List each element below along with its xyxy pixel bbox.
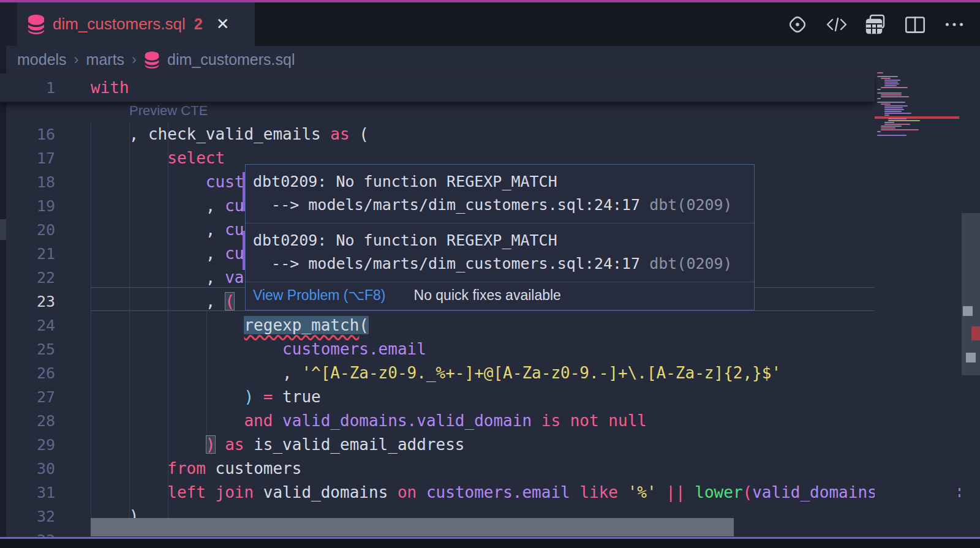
more-actions-icon[interactable] — [942, 12, 967, 37]
tab-bar: dim_customers.sql 2 ✕ — [0, 2, 980, 46]
minimap-code-line — [877, 135, 907, 136]
overview-ruler-error-mark — [971, 326, 980, 340]
breadcrumb: models›marts›dim_customers.sql — [17, 46, 295, 73]
sticky-line-number: 1 — [0, 73, 55, 102]
tab-dim-customers[interactable]: dim_customers.sql 2 ✕ — [17, 2, 255, 46]
overview-ruler-highlight-mark — [966, 353, 976, 362]
line-text: from customers — [91, 457, 301, 481]
minimap-code-line — [884, 85, 897, 86]
minimap-error-line — [875, 116, 959, 119]
line-number: 28 — [0, 409, 55, 433]
vertical-scrollbar-thumb[interactable] — [962, 213, 980, 375]
minimap-code-line — [881, 127, 895, 129]
line-number: 23 — [0, 290, 55, 313]
line-number: 30 — [0, 457, 55, 481]
line-text: , cus — [91, 242, 254, 266]
diagnostic-severity-stripe — [243, 231, 245, 270]
code-line-29[interactable]: 29 ) as is_valid_email_address — [0, 433, 980, 457]
view-problem-link[interactable]: View Problem (⌥F8) — [253, 287, 386, 304]
line-text: and valid_domains.valid_domain is not nu… — [91, 409, 647, 433]
line-text: ) = true — [91, 385, 321, 409]
line-text: , check_valid_emails as ( — [91, 122, 369, 146]
minimap-code-line — [884, 113, 911, 114]
window-top-accent — [0, 0, 980, 2]
minimap-code-line — [881, 96, 909, 97]
sticky-line-text: with — [91, 73, 129, 102]
line-number: 20 — [0, 218, 55, 242]
minimap-code-line — [884, 109, 904, 110]
minimap-code-line — [881, 87, 908, 88]
minimap-code-line — [881, 126, 902, 127]
database-icon — [27, 15, 45, 34]
line-number: 31 — [0, 481, 55, 505]
line-number: 32 — [0, 505, 55, 528]
line-text: , '^[A-Za-z0-9._%+-]+@[A-Za-z0-9.-]+\.[A… — [91, 361, 781, 385]
diagnostic-source: dbt(0209) — [640, 196, 733, 214]
hover-actions-bar: View Problem (⌥F8)No quick fixes availab… — [246, 282, 754, 310]
minimap-code-line — [888, 120, 920, 121]
line-number: 19 — [0, 194, 55, 218]
code-icon[interactable] — [824, 12, 849, 37]
sidebar-edge — [0, 46, 6, 537]
minimap-code-line — [877, 102, 905, 103]
minimap-code-line — [877, 98, 881, 99]
minimap-code-line — [877, 76, 898, 77]
diagnostic-hover-popup: dbt0209: No function REGEXP_MATCH --> mo… — [245, 164, 755, 310]
minimap-code-line — [881, 94, 902, 96]
codelens-preview-cte[interactable]: Preview CTE — [129, 103, 208, 119]
code-line-31[interactable]: 31 left join valid_domains on customers.… — [0, 481, 980, 505]
line-number: 25 — [0, 337, 55, 361]
diagnostic-location: --> models/marts/dim_customers.sql:24:17… — [253, 193, 745, 217]
line-number: 16 — [0, 122, 55, 146]
breadcrumb-item-file[interactable]: dim_customers.sql — [167, 51, 295, 69]
minimap-code-line — [888, 118, 907, 119]
minimap[interactable] — [875, 46, 960, 537]
sidebar-edge-thumb — [0, 219, 6, 240]
diagnostic-message: dbt0209: No function REGEXP_MATCH --> mo… — [246, 165, 754, 223]
minimap-code-line — [877, 89, 881, 90]
sticky-scroll-line[interactable]: 1 with — [0, 73, 875, 102]
minimap-code-line — [884, 122, 894, 123]
code-line-25[interactable]: 25 customers.email — [0, 337, 980, 361]
horizontal-scrollbar-thumb[interactable] — [91, 518, 734, 536]
tab-title: dim_customers.sql — [53, 15, 186, 34]
code-line-26[interactable]: 26 , '^[A-Za-z0-9._%+-]+@[A-Za-z0-9.-]+\… — [0, 361, 980, 385]
line-number: 29 — [0, 433, 55, 457]
split-editor-icon[interactable] — [903, 12, 927, 37]
minimap-code-line — [881, 129, 919, 130]
line-number: 21 — [0, 242, 55, 266]
window-bottom-strip — [0, 539, 980, 548]
line-text: , cus — [91, 218, 254, 242]
code-line-16[interactable]: 16 , check_valid_emails as ( — [0, 122, 980, 146]
breadcrumb-item-marts[interactable]: marts — [86, 51, 125, 69]
line-text: select — [91, 146, 225, 170]
minimap-code-line — [881, 103, 891, 105]
overview-ruler-highlight-mark — [963, 306, 973, 316]
dbt-icon[interactable] — [785, 12, 810, 37]
diagnostic-message: dbt0209: No function REGEXP_MATCH --> mo… — [246, 223, 754, 282]
minimap-code-line — [877, 92, 902, 94]
vertical-scrollbar[interactable] — [960, 46, 980, 537]
no-quick-fixes-label: No quick fixes available — [414, 287, 561, 304]
diagnostic-source: dbt(0209) — [640, 255, 733, 272]
breadcrumb-item-models[interactable]: models — [17, 51, 67, 69]
minimap-code-line — [877, 72, 883, 73]
chevron-right-icon: › — [132, 51, 137, 68]
minimap-code-line — [884, 83, 899, 84]
code-line-28[interactable]: 28 and valid_domains.valid_domain is not… — [0, 409, 980, 433]
minimap-code-line — [884, 81, 898, 83]
code-line-24[interactable]: 24 regexp_match( — [0, 313, 980, 337]
code-line-27[interactable]: 27 ) = true — [0, 385, 980, 409]
editor-actions — [785, 2, 967, 46]
line-text: regexp_match( — [91, 313, 369, 337]
line-number: 22 — [0, 266, 55, 290]
diagnostic-text: dbt0209: No function REGEXP_MATCH — [253, 170, 745, 193]
line-text: , val — [91, 266, 254, 290]
line-number: 27 — [0, 385, 55, 409]
close-icon[interactable]: ✕ — [216, 15, 230, 34]
diagnostic-severity-stripe — [243, 172, 245, 211]
minimap-code-line — [884, 107, 903, 108]
preview-table-icon[interactable] — [864, 12, 888, 37]
diagnostic-location: --> models/marts/dim_customers.sql:24:17… — [253, 252, 745, 276]
code-line-30[interactable]: 30 from customers — [0, 457, 980, 481]
